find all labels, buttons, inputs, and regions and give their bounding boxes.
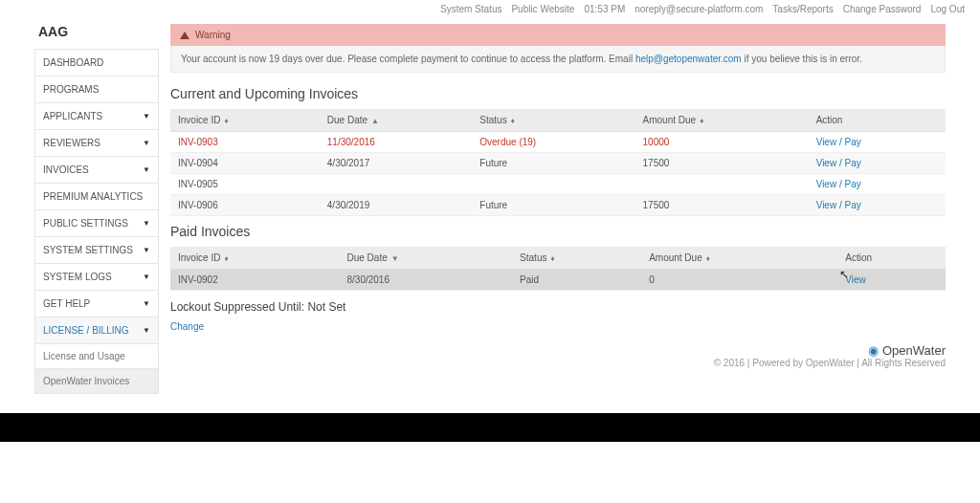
caret-down-icon: ▼ xyxy=(143,112,150,120)
sort-asc-icon: ▲ xyxy=(371,117,379,125)
cell-amount: 17500 xyxy=(635,195,809,216)
footer: ◉OpenWater © 2016 | Powered by OpenWater… xyxy=(170,343,946,368)
cell-amount: 17500 xyxy=(635,153,809,174)
cell-status: Paid xyxy=(512,270,641,291)
content: Warning Your account is now 19 days over… xyxy=(159,18,946,394)
brand: AAG xyxy=(34,18,159,49)
warning-icon xyxy=(180,32,189,39)
nav-applicants[interactable]: APPLICANTS▼ xyxy=(35,103,158,130)
table-row: INV-0902 8/30/2016 Paid 0 View↖ xyxy=(170,270,946,291)
sort-desc-icon: ▼ xyxy=(391,254,399,263)
bottom-bar xyxy=(0,413,980,442)
top-system-status[interactable]: System Status xyxy=(440,4,501,14)
col-due-date[interactable]: Due Date▲ xyxy=(320,109,472,132)
cell-due-date: 4/30/2019 xyxy=(320,195,472,216)
globe-icon: ◉ xyxy=(868,343,879,358)
cell-status: Future xyxy=(472,195,635,216)
col-amount-due[interactable]: Amount Due♦ xyxy=(641,247,837,270)
sort-icon: ♦ xyxy=(224,254,228,263)
top-log-out[interactable]: Log Out xyxy=(930,4,965,14)
cell-invoice-id: INV-0902 xyxy=(170,270,339,291)
cell-due-date xyxy=(320,174,472,195)
col-status[interactable]: Status♦ xyxy=(512,247,641,270)
view-pay-link[interactable]: View / Pay xyxy=(816,179,861,189)
col-due-date[interactable]: Due Date▼ xyxy=(339,247,512,270)
warning-title: Warning xyxy=(195,30,231,40)
cell-status: Overdue (19) xyxy=(472,132,635,153)
cell-invoice-id: INV-0903 xyxy=(170,132,320,153)
nav-system-logs[interactable]: SYSTEM LOGS▼ xyxy=(35,264,158,291)
nav-get-help[interactable]: GET HELP▼ xyxy=(35,291,158,317)
top-change-password[interactable]: Change Password xyxy=(843,4,922,14)
footer-copy: © 2016 | Powered by OpenWater | All Righ… xyxy=(170,358,946,368)
view-pay-link[interactable]: View / Pay xyxy=(816,158,861,168)
top-time: 01:53 PM xyxy=(584,4,625,14)
sidebar-nav: DASHBOARD PROGRAMS APPLICANTS▼ REVIEWERS… xyxy=(34,49,159,394)
cell-amount: 10000 xyxy=(635,132,809,153)
table-row: INV-0904 4/30/2017 Future 17500 View / P… xyxy=(170,153,946,174)
sort-icon: ♦ xyxy=(550,254,554,263)
caret-down-icon: ▼ xyxy=(143,219,150,228)
top-tasks[interactable]: Tasks/Reports xyxy=(772,4,833,14)
nav-system-settings[interactable]: SYSTEM SETTINGS▼ xyxy=(35,237,158,264)
topbar: System Status Public Website 01:53 PM no… xyxy=(0,0,980,18)
nav-sub-license-usage[interactable]: License and Usage xyxy=(35,344,158,369)
current-invoices-table: Invoice ID♦ Due Date▲ Status♦ Amount Due… xyxy=(170,109,946,216)
col-invoice-id[interactable]: Invoice ID♦ xyxy=(170,109,320,132)
nav-invoices[interactable]: INVOICES▼ xyxy=(35,157,158,184)
warning-banner-body: Your account is now 19 days over due. Pl… xyxy=(170,46,946,73)
current-invoices-heading: Current and Upcoming Invoices xyxy=(170,86,946,101)
nav-premium-analytics[interactable]: PREMIUM ANALYTICS xyxy=(35,184,158,210)
cell-due-date: 4/30/2017 xyxy=(320,153,472,174)
top-email: noreply@secure-platform.com xyxy=(635,4,763,14)
table-row: INV-0903 11/30/2016 Overdue (19) 10000 V… xyxy=(170,132,946,153)
caret-down-icon: ▼ xyxy=(143,326,150,335)
table-row: INV-0906 4/30/2019 Future 17500 View / P… xyxy=(170,195,946,216)
caret-down-icon: ▼ xyxy=(143,139,150,147)
caret-down-icon: ▼ xyxy=(143,246,150,254)
sort-icon: ♦ xyxy=(224,117,228,125)
view-pay-link[interactable]: View / Pay xyxy=(816,137,861,147)
nav-dashboard[interactable]: DASHBOARD xyxy=(35,50,158,77)
cell-amount xyxy=(635,174,809,195)
nav-reviewers[interactable]: REVIEWERS▼ xyxy=(35,130,158,157)
cell-invoice-id: INV-0904 xyxy=(170,153,320,174)
cell-amount: 0 xyxy=(641,270,837,291)
top-public-website[interactable]: Public Website xyxy=(511,4,574,14)
col-amount-due[interactable]: Amount Due♦ xyxy=(635,109,809,132)
col-status[interactable]: Status♦ xyxy=(472,109,635,132)
cell-due-date: 11/30/2016 xyxy=(320,132,472,153)
sort-icon: ♦ xyxy=(706,254,710,263)
warning-banner-header: Warning xyxy=(170,24,946,46)
cell-invoice-id: INV-0906 xyxy=(170,195,320,216)
warning-email-link[interactable]: help@getopenwater.com xyxy=(635,54,742,64)
cursor-icon: ↖ xyxy=(839,268,849,281)
caret-down-icon: ▼ xyxy=(143,299,150,308)
lockout-heading: Lockout Suppressed Until: Not Set xyxy=(170,300,946,314)
nav-sub-openwater-invoices[interactable]: OpenWater Invoices xyxy=(35,369,158,393)
nav-programs[interactable]: PROGRAMS xyxy=(35,77,158,103)
caret-down-icon: ▼ xyxy=(143,165,150,174)
paid-invoices-heading: Paid Invoices xyxy=(170,224,946,239)
sort-icon: ♦ xyxy=(511,117,515,125)
cell-status xyxy=(472,174,635,195)
caret-down-icon: ▼ xyxy=(143,273,150,281)
change-link[interactable]: Change xyxy=(170,321,204,332)
sort-icon: ♦ xyxy=(700,117,703,125)
nav-public-settings[interactable]: PUBLIC SETTINGS▼ xyxy=(35,210,158,237)
cell-due-date: 8/30/2016 xyxy=(339,270,512,291)
paid-invoices-table: Invoice ID♦ Due Date▼ Status♦ Amount Due… xyxy=(170,247,946,291)
table-row: INV-0905 View / Pay xyxy=(170,174,946,195)
col-action: Action xyxy=(837,247,946,270)
sidebar: AAG DASHBOARD PROGRAMS APPLICANTS▼ REVIE… xyxy=(34,18,159,394)
cell-invoice-id: INV-0905 xyxy=(170,174,320,195)
view-pay-link[interactable]: View / Pay xyxy=(816,200,861,210)
nav-license-billing[interactable]: LICENSE / BILLING▼ xyxy=(35,317,158,344)
col-invoice-id[interactable]: Invoice ID♦ xyxy=(170,247,339,270)
col-action: Action xyxy=(809,109,946,132)
cell-status: Future xyxy=(472,153,635,174)
openwater-logo: ◉OpenWater xyxy=(868,343,946,358)
